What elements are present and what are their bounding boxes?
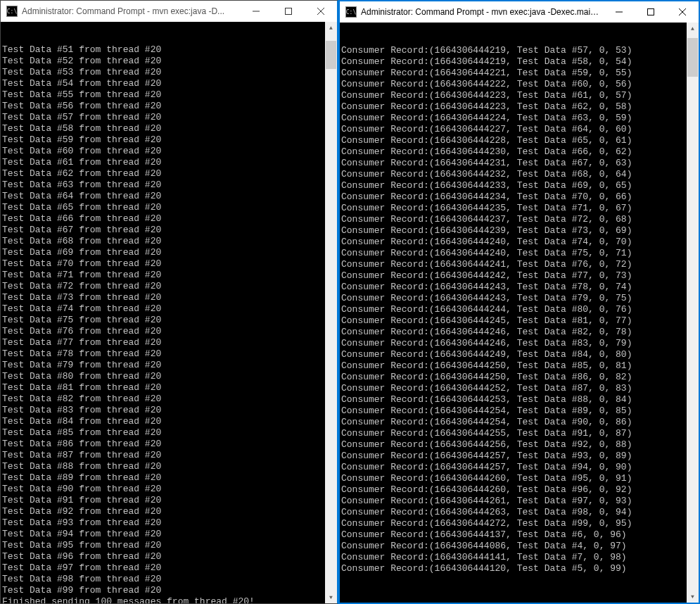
scroll-down-icon[interactable]: ▼: [325, 591, 337, 603]
console-line: Consumer Record:(1664306444255, Test Dat…: [341, 428, 697, 439]
console-line: Test Data #92 from thread #20: [2, 506, 336, 517]
console-line: Test Data #60 from thread #20: [2, 146, 336, 157]
console-line: Consumer Record:(1664306444260, Test Dat…: [341, 484, 697, 496]
console-line: Consumer Record:(1664306444223, Test Dat…: [341, 101, 697, 113]
console-line: Consumer Record:(1664306444240, Test Dat…: [341, 237, 697, 248]
console-line: Consumer Record:(1664306444141, Test Dat…: [341, 552, 697, 563]
console-line: Consumer Record:(1664306444230, Test Dat…: [341, 146, 697, 158]
console-line: Test Data #87 from thread #20: [2, 450, 336, 461]
console-line: Test Data #74 from thread #20: [2, 303, 336, 315]
console-output-right[interactable]: Consumer Record:(1664306444219, Test Dat…: [340, 23, 699, 603]
console-line: Test Data #55 from thread #20: [2, 89, 336, 101]
console-line: Test Data #94 from thread #20: [2, 529, 336, 540]
console-line: Consumer Record:(1664306444242, Test Dat…: [341, 270, 697, 282]
scroll-up-icon[interactable]: ▲: [325, 22, 337, 34]
console-line: Consumer Record:(1664306444253, Test Dat…: [341, 394, 697, 405]
console-line: Consumer Record:(1664306444231, Test Dat…: [341, 158, 697, 169]
console-line: Test Data #78 from thread #20: [2, 348, 336, 360]
close-button[interactable]: [667, 1, 699, 23]
console-line: Consumer Record:(1664306444233, Test Dat…: [341, 180, 697, 191]
console-output-left[interactable]: Test Data #51 from thread #20Test Data #…: [1, 22, 337, 603]
console-line: Test Data #96 from thread #20: [2, 551, 336, 562]
console-line: Consumer Record:(1664306444250, Test Dat…: [341, 372, 697, 383]
console-line: Test Data #89 from thread #20: [2, 472, 336, 484]
console-line: Consumer Record:(1664306444246, Test Dat…: [341, 338, 697, 349]
console-line: Test Data #97 from thread #20: [2, 562, 336, 574]
console-line: Test Data #79 from thread #20: [2, 360, 336, 371]
scrollbar[interactable]: ▲ ▼: [325, 22, 337, 603]
console-line: Consumer Record:(1664306444234, Test Dat…: [341, 191, 697, 203]
console-line: Consumer Record:(1664306444232, Test Dat…: [341, 169, 697, 180]
console-line: Finished sending 100 messages from threa…: [2, 596, 336, 603]
scroll-up-icon[interactable]: ▲: [687, 23, 699, 34]
console-line: Test Data #58 from thread #20: [2, 123, 336, 134]
console-line: Test Data #82 from thread #20: [2, 394, 336, 405]
console-line: Consumer Record:(1664306444223, Test Dat…: [341, 90, 697, 101]
console-line: Test Data #73 from thread #20: [2, 292, 336, 303]
console-line: Test Data #77 from thread #20: [2, 337, 336, 348]
console-line: Test Data #53 from thread #20: [2, 67, 336, 78]
console-line: Consumer Record:(1664306444250, Test Dat…: [341, 360, 697, 372]
console-line: Test Data #65 from thread #20: [2, 202, 336, 213]
console-line: Test Data #81 from thread #20: [2, 382, 336, 394]
scrollbar[interactable]: ▲ ▼: [687, 23, 699, 603]
console-line: Test Data #68 from thread #20: [2, 236, 336, 247]
console-line: Consumer Record:(1664306444243, Test Dat…: [341, 282, 697, 293]
console-line: Consumer Record:(1664306444243, Test Dat…: [341, 293, 697, 304]
scroll-down-icon[interactable]: ▼: [687, 591, 699, 603]
console-line: Test Data #93 from thread #20: [2, 517, 336, 529]
console-line: Test Data #66 from thread #20: [2, 213, 336, 225]
svg-rect-5: [648, 9, 654, 15]
titlebar-left[interactable]: C:\ Administrator: Command Prompt - mvn …: [1, 1, 337, 22]
scroll-thumb[interactable]: [687, 38, 698, 77]
window-title: Administrator: Command Prompt - mvn exec…: [361, 7, 604, 17]
console-line: Consumer Record:(1664306444260, Test Dat…: [341, 473, 697, 484]
console-line: Consumer Record:(1664306444245, Test Dat…: [341, 315, 697, 327]
console-line: Test Data #76 from thread #20: [2, 326, 336, 337]
console-line: Consumer Record:(1664306444222, Test Dat…: [341, 79, 697, 90]
cmd-icon: C:\: [6, 6, 18, 17]
console-line: Test Data #56 from thread #20: [2, 101, 336, 112]
console-line: Test Data #72 from thread #20: [2, 281, 336, 292]
console-line: Test Data #84 from thread #20: [2, 416, 336, 427]
console-line: Test Data #86 from thread #20: [2, 439, 336, 450]
console-line: Consumer Record:(1664306444263, Test Dat…: [341, 507, 697, 518]
scroll-thumb[interactable]: [326, 41, 336, 69]
console-line: Test Data #70 from thread #20: [2, 258, 336, 270]
console-line: Test Data #51 from thread #20: [2, 44, 336, 56]
console-line: Test Data #62 from thread #20: [2, 168, 336, 180]
console-line: Consumer Record:(1664306444241, Test Dat…: [341, 259, 697, 270]
console-line: Test Data #98 from thread #20: [2, 574, 336, 585]
maximize-button[interactable]: [635, 1, 667, 23]
close-button[interactable]: [305, 1, 337, 22]
console-line: Test Data #99 from thread #20: [2, 585, 336, 596]
minimize-button[interactable]: [604, 1, 635, 23]
console-line: Consumer Record:(1664306444261, Test Dat…: [341, 496, 697, 507]
maximize-button[interactable]: [272, 1, 305, 22]
console-line: Test Data #67 from thread #20: [2, 225, 336, 236]
scroll-track[interactable]: [325, 34, 337, 591]
console-line: Test Data #59 from thread #20: [2, 134, 336, 146]
console-line: Consumer Record:(1664306444272, Test Dat…: [341, 518, 697, 529]
console-line: Consumer Record:(1664306444237, Test Dat…: [341, 214, 697, 225]
console-line: Test Data #90 from thread #20: [2, 484, 336, 495]
console-line: Consumer Record:(1664306444120, Test Dat…: [341, 563, 697, 574]
console-line: Test Data #71 from thread #20: [2, 270, 336, 281]
console-line: Consumer Record:(1664306444257, Test Dat…: [341, 451, 697, 462]
console-line: Consumer Record:(1664306444254, Test Dat…: [341, 417, 697, 428]
console-line: Consumer Record:(1664306444221, Test Dat…: [341, 68, 697, 79]
console-line: Consumer Record:(1664306444249, Test Dat…: [341, 349, 697, 360]
console-line: Test Data #80 from thread #20: [2, 371, 336, 382]
scroll-track[interactable]: [687, 34, 699, 591]
console-line: Test Data #91 from thread #20: [2, 495, 336, 506]
titlebar-right[interactable]: C:\ Administrator: Command Prompt - mvn …: [340, 1, 699, 23]
console-window-left: C:\ Administrator: Command Prompt - mvn …: [0, 0, 338, 604]
console-line: Consumer Record:(1664306444227, Test Dat…: [341, 124, 697, 135]
console-line: Consumer Record:(1664306444240, Test Dat…: [341, 248, 697, 259]
console-line: Consumer Record:(1664306444235, Test Dat…: [341, 203, 697, 214]
console-line: Consumer Record:(1664306444137, Test Dat…: [341, 529, 697, 541]
console-line: Consumer Record:(1664306444256, Test Dat…: [341, 439, 697, 451]
console-line: Consumer Record:(1664306444219, Test Dat…: [341, 45, 697, 56]
console-line: Consumer Record:(1664306444244, Test Dat…: [341, 304, 697, 315]
minimize-button[interactable]: [240, 1, 272, 22]
